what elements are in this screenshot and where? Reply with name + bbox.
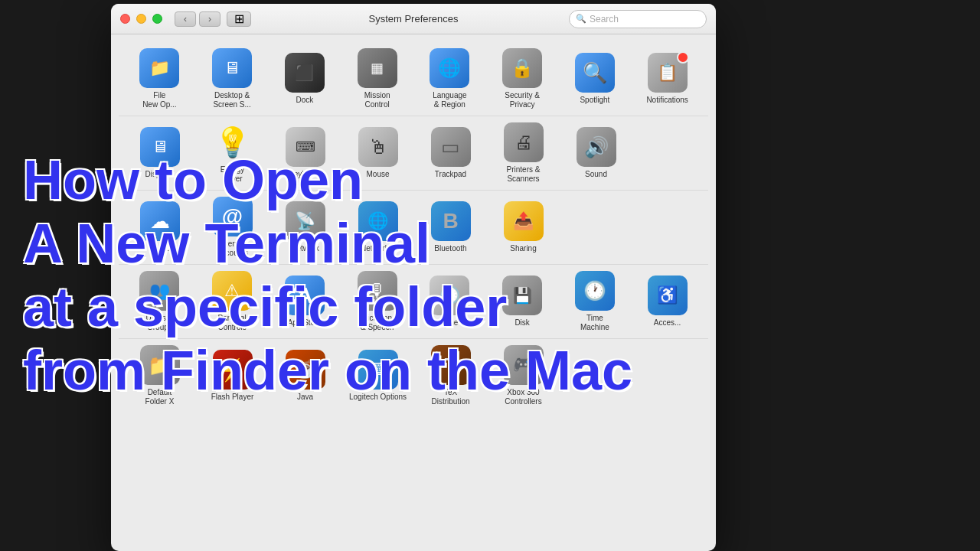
language-label: Language& Region	[433, 91, 467, 109]
dictation-icon: 🎙	[358, 271, 397, 311]
sidebar-item-java[interactable]: ☕ Java	[269, 350, 341, 402]
mouse-label: Mouse	[366, 170, 389, 179]
sidebar-item-desktop-screen[interactable]: 🖥 Desktop &Screen S...	[196, 48, 269, 109]
back-button[interactable]: ‹	[175, 11, 196, 27]
flash-player-label: Flash Player	[211, 393, 254, 402]
sidebar-item-sound[interactable]: 🔊 Sound	[560, 127, 632, 179]
sidebar-item-energy[interactable]: 💡 EnergySaver	[196, 122, 269, 184]
desktop-screen-icon: 🖥	[212, 48, 252, 88]
default-folder-icon: 📁	[140, 345, 180, 385]
close-button[interactable]	[120, 14, 130, 24]
sidebar-item-language[interactable]: 🌐 Language& Region	[413, 48, 486, 109]
java-icon: ☕	[286, 350, 325, 390]
sidebar-item-datetime[interactable]: 🕐 Time	[413, 276, 486, 328]
datetime-icon: 🕐	[430, 276, 469, 315]
nav-buttons: ‹ ›	[175, 11, 220, 27]
sidebar-item-sharing[interactable]: 📤 Sharing	[487, 201, 560, 253]
trackpad-icon: ▭	[431, 127, 471, 167]
sidebar-item-tex[interactable]: T TeXDistribution	[414, 345, 487, 406]
title-bar: ‹ › ⊞ System Preferences 🔍 Search	[111, 4, 716, 34]
minimize-button[interactable]	[136, 14, 146, 24]
internet-label: InternetAccounts	[217, 240, 248, 258]
mission-control-icon: ▦	[358, 48, 397, 88]
search-placeholder: Search	[590, 14, 619, 24]
accessibility-label: Acces...	[654, 318, 681, 328]
sidebar-item-timemachine[interactable]: 🕐 TimeMachine	[559, 271, 632, 332]
mac-window: ‹ › ⊞ System Preferences 🔍 Search 📁 File…	[111, 4, 716, 551]
security-icon: 🔒	[502, 48, 542, 88]
desktop-screen-label: Desktop &Screen S...	[213, 91, 250, 109]
dock-label: Dock	[296, 96, 313, 105]
icloud-icon: ☁	[140, 201, 180, 241]
sidebar-item-accessibility[interactable]: ♿ Acces...	[631, 276, 704, 328]
keyboard-icon: ⌨	[286, 127, 325, 167]
sidebar-item-dock[interactable]: ⬛ Dock	[269, 53, 341, 105]
timemachine-label: TimeMachine	[580, 314, 609, 332]
logitech-label: Logitech Options	[349, 393, 407, 402]
sidebar-item-printers[interactable]: 🖨 Printers &Scanners	[487, 122, 560, 184]
appstore-icon: A	[285, 276, 325, 315]
java-label: Java	[297, 393, 313, 402]
sidebar-item-xbox[interactable]: 🎮 Xbox 360Controllers	[487, 345, 560, 406]
sharing-icon: 📤	[504, 201, 544, 241]
network2-label: Network...	[361, 244, 395, 253]
parental-label: ParentalControls	[218, 314, 247, 332]
sidebar-item-flash-player[interactable]: ⚡ Flash Player	[196, 350, 269, 402]
dock-icon: ⬛	[285, 53, 325, 93]
icon-row-1: 📁 FileNew Op... 🖥 Desktop &Screen S... ⬛…	[119, 42, 708, 116]
displays-icon: 🖥	[140, 127, 180, 167]
sidebar-item-network2[interactable]: 🌐 Network...	[341, 201, 414, 253]
sidebar-item-displays[interactable]: 🖥 Displays	[123, 127, 196, 179]
sidebar-item-icloud[interactable]: ☁ iCloud	[123, 201, 196, 253]
disk-label: Disk	[514, 318, 529, 328]
sidebar-item-bluetooth[interactable]: B Bluetooth	[414, 201, 487, 253]
dictation-label: Dictation& Speech	[361, 314, 394, 332]
notifications-label: Notifications	[646, 96, 688, 105]
sidebar-item-appstore[interactable]: A App Store	[269, 276, 341, 328]
sidebar-item-users[interactable]: 👥 Users &Groups	[123, 271, 196, 332]
sidebar-item-notifications[interactable]: 📋 Notifications	[631, 53, 704, 105]
sidebar-item-logitech[interactable]: ⌨ Logitech Options	[341, 350, 414, 402]
sidebar-item-spotlight[interactable]: 🔍 Spotlight	[559, 53, 632, 105]
parental-icon: ⚠	[212, 271, 252, 311]
notifications-icon-wrapper: 📋	[648, 53, 688, 96]
notification-badge	[677, 51, 689, 64]
sound-label: Sound	[585, 170, 607, 179]
sidebar-item-default-folder[interactable]: 📁 DefaultFolder X	[123, 345, 196, 406]
spotlight-label: Spotlight	[580, 96, 609, 105]
sidebar-item-network[interactable]: 📡 Network	[269, 201, 341, 253]
timemachine-icon: 🕐	[575, 271, 615, 311]
sidebar-item-mouse[interactable]: 🖱 Mouse	[341, 127, 414, 179]
sidebar-item-internet[interactable]: @ InternetAccounts	[196, 197, 269, 258]
new-file-label: FileNew Op...	[142, 91, 176, 109]
search-bar[interactable]: 🔍 Search	[569, 10, 707, 28]
sharing-label: Sharing	[510, 244, 536, 253]
sidebar-item-mission-control[interactable]: ▦ MissionControl	[341, 48, 413, 109]
default-folder-label: DefaultFolder X	[145, 388, 175, 406]
sidebar-item-disk[interactable]: 💾 Disk	[486, 276, 559, 328]
maximize-button[interactable]	[152, 14, 162, 24]
window-title: System Preferences	[368, 13, 458, 24]
grid-button[interactable]: ⊞	[227, 11, 251, 27]
sidebar-item-trackpad[interactable]: ▭ Trackpad	[414, 127, 487, 179]
printers-label: Printers &Scanners	[507, 165, 541, 184]
spotlight-icon: 🔍	[575, 53, 615, 93]
flash-player-icon: ⚡	[213, 350, 253, 390]
icon-row-3: ☁ iCloud @ InternetAccounts 📡 Network 🌐 …	[119, 191, 708, 265]
icon-row-5: 📁 DefaultFolder X ⚡ Flash Player ☕ Java …	[119, 339, 708, 412]
sidebar-item-new-file[interactable]: 📁 FileNew Op...	[123, 48, 196, 109]
sidebar-item-parental[interactable]: ⚠ ParentalControls	[196, 271, 269, 332]
sidebar-item-keyboard[interactable]: ⌨ Keyboard	[269, 127, 341, 179]
forward-button[interactable]: ›	[199, 11, 220, 27]
icloud-label: iCloud	[149, 244, 170, 253]
bluetooth-icon: B	[431, 201, 471, 241]
accessibility-icon: ♿	[648, 276, 688, 315]
printers-icon: 🖨	[504, 122, 544, 162]
new-file-icon: 📁	[139, 48, 179, 88]
sidebar-item-dictation[interactable]: 🎙 Dictation& Speech	[341, 271, 413, 332]
network-label: Network	[291, 244, 319, 253]
trackpad-label: Trackpad	[435, 170, 466, 179]
security-label: Security &Privacy	[505, 91, 540, 109]
sidebar-item-security[interactable]: 🔒 Security &Privacy	[486, 48, 559, 109]
appstore-label: App Store	[288, 318, 322, 328]
